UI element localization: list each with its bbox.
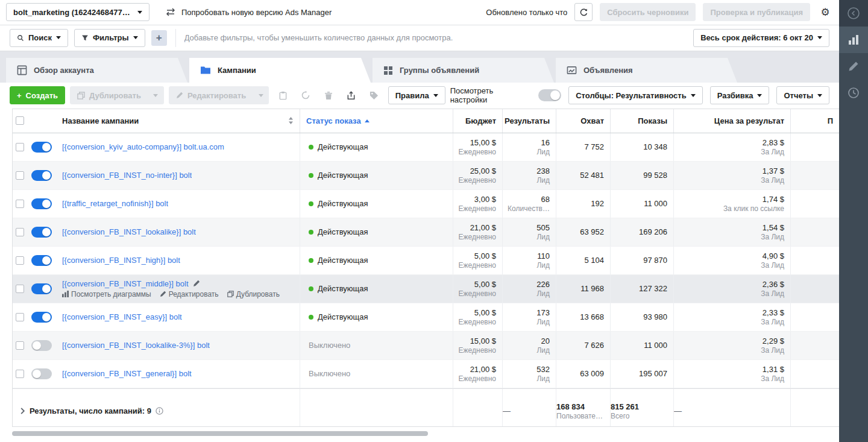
campaign-name-link[interactable]: [{conversion_FB_INST_lookalike-3%}] bolt	[62, 341, 210, 350]
column-header-results[interactable]: Результаты	[502, 109, 556, 133]
cost-cell: 2,36 $За Лид	[673, 275, 790, 303]
column-header-status-label: Статус показа	[306, 116, 361, 125]
reports-selector[interactable]: Отчеты	[776, 86, 829, 104]
row-checkbox[interactable]	[16, 256, 24, 265]
status-text: Действующая	[318, 142, 368, 151]
view-settings-toggle[interactable]	[538, 89, 561, 101]
settings-button[interactable]: ⚙	[817, 6, 833, 19]
tab-label: Кампании	[218, 66, 256, 75]
edit-name-pencil-icon[interactable]	[193, 280, 200, 287]
results-cell: 505Лид	[502, 218, 556, 246]
campaign-name-link[interactable]: [{conversion_FB_INST_middle}] bolt	[62, 279, 189, 288]
status-dot	[309, 286, 313, 291]
campaign-toggle[interactable]	[31, 142, 52, 153]
search-label: Поиск	[28, 33, 52, 42]
impressions-cell: 169 206	[610, 218, 673, 246]
toolbar-right: Посмотреть настройки Столбцы: Результати…	[450, 86, 829, 104]
export-icon	[347, 91, 356, 100]
filter-input[interactable]: Добавьте фильтры, чтобы уменьшить количе…	[184, 33, 688, 42]
select-all-checkbox[interactable]	[16, 116, 24, 125]
table-row: [{conversion_FB_INST_general}] bolt Выкл…	[13, 360, 839, 388]
campaign-name-link[interactable]: [{conversion_FB_INST_general}] bolt	[62, 369, 192, 378]
row-checkbox[interactable]	[16, 228, 24, 236]
collapse-panel-button[interactable]	[839, 0, 868, 27]
add-filter-button[interactable]: +	[151, 30, 167, 46]
campaign-name-link[interactable]: [{conversion_FB_INST_high}] bolt	[62, 256, 180, 265]
cost-cell: 2,29 $За Лид	[673, 332, 790, 359]
column-header-cost[interactable]: Цена за результат	[673, 109, 790, 133]
charts-panel-button[interactable]	[839, 27, 868, 53]
row-checkbox[interactable]	[16, 285, 24, 293]
swap-arrows-icon	[165, 8, 176, 16]
date-range-selector[interactable]: Весь срок действия: 6 окт 20	[693, 29, 829, 47]
campaign-toggle[interactable]	[31, 198, 52, 209]
activity-history-button[interactable]	[839, 80, 868, 106]
column-header-budget[interactable]: Бюджет	[453, 109, 502, 133]
cost-cell: 2,33 $За Лид	[673, 303, 790, 331]
campaign-toggle[interactable]	[31, 368, 52, 379]
campaign-name-link[interactable]: [{traffic_retarget_nofinish}] bolt	[62, 199, 168, 208]
budget-cell: 5,00 $Ежедневно	[453, 247, 502, 274]
footer-results-cell: —	[502, 389, 556, 426]
status-dot	[309, 315, 313, 320]
row-checkbox[interactable]	[16, 313, 24, 321]
column-header-reach[interactable]: Охват	[556, 109, 610, 133]
tab-campaigns[interactable]: Кампании	[189, 58, 371, 83]
campaign-name-link[interactable]: [{conversion_FB_INST_no-inter}] bolt	[62, 171, 192, 180]
extra-cell	[790, 332, 839, 359]
campaign-name-link[interactable]: [{conversion_kyiv_auto-company}] bolt.ua…	[62, 142, 224, 151]
search-button[interactable]: Поиск	[10, 29, 68, 47]
discard-drafts-button: Сбросить черновики	[600, 3, 696, 21]
campaign-toggle[interactable]	[31, 312, 52, 323]
budget-cell: 21,00 $Ежедневно	[453, 360, 502, 388]
column-header-impressions[interactable]: Показы	[610, 109, 673, 133]
right-sidebar	[839, 0, 868, 442]
row-checkbox[interactable]	[16, 143, 24, 151]
filters-button[interactable]: Фильтры	[74, 29, 145, 47]
campaign-toggle[interactable]	[31, 340, 52, 351]
extra-cell	[790, 218, 839, 246]
status-dot	[309, 230, 313, 235]
row-checkbox[interactable]	[16, 171, 24, 180]
refresh-icon	[579, 8, 588, 17]
account-selector[interactable]: bolt_marketing (162424684771...	[6, 3, 149, 21]
try-new-version-link[interactable]: Попробовать новую версию Ads Manager	[165, 8, 332, 17]
column-header-status[interactable]: Статус показа	[300, 109, 453, 133]
tab-ads[interactable]: Объявления	[556, 58, 737, 83]
expand-results-icon[interactable]	[20, 407, 25, 415]
campaign-toggle[interactable]	[31, 283, 52, 294]
row-checkbox[interactable]	[16, 200, 24, 208]
row-checkbox[interactable]	[16, 370, 24, 378]
edit-row-action[interactable]: Редактировать	[160, 290, 219, 298]
campaign-toggle[interactable]	[31, 227, 52, 238]
impressions-cell: 11 000	[610, 190, 673, 218]
reach-cell: 13 668	[556, 303, 610, 331]
rules-button[interactable]: Правила	[388, 86, 445, 104]
campaign-toggle[interactable]	[31, 255, 52, 266]
cost-cell: 1,37 $За Лид	[673, 162, 790, 189]
duplicate-row-action[interactable]: Дублировать	[227, 290, 280, 298]
columns-selector[interactable]: Столбцы: Результативность	[568, 86, 702, 104]
duplicate-split-button: Дублировать	[70, 86, 164, 104]
row-checkbox[interactable]	[16, 341, 24, 350]
edit-panel-button[interactable]	[839, 53, 868, 80]
refresh-button[interactable]	[574, 3, 593, 21]
breakdown-selector[interactable]: Разбивка	[710, 86, 770, 104]
updated-status: Обновлено только что	[486, 8, 567, 17]
export-button[interactable]	[342, 86, 360, 104]
campaign-toggle[interactable]	[31, 170, 52, 181]
column-header-name[interactable]: Название кампании	[56, 109, 300, 133]
results-cell: 68Количеств…	[502, 190, 556, 218]
tab-ad-sets[interactable]: Группы объявлений	[373, 58, 554, 83]
campaign-name-link[interactable]: [{conversion_FB_INST_lookalike}] bolt	[62, 227, 196, 236]
footer-reach-cell: 168 834Пользовате…	[556, 389, 610, 426]
status-text: Действующая	[318, 227, 368, 236]
results-cell: 16Лид	[502, 133, 556, 161]
create-button[interactable]: + Создать	[10, 86, 65, 104]
tab-account-overview[interactable]: Обзор аккаунта	[6, 58, 187, 83]
campaign-name-link[interactable]: [{conversion_FB_INST_easy}] bolt	[62, 312, 182, 321]
column-header-extra[interactable]: П	[790, 109, 839, 133]
horizontal-scrollbar-thumb[interactable]	[12, 431, 428, 436]
pencil-icon	[848, 61, 859, 72]
view-charts-action[interactable]: Посмотреть диаграммы	[62, 290, 151, 298]
